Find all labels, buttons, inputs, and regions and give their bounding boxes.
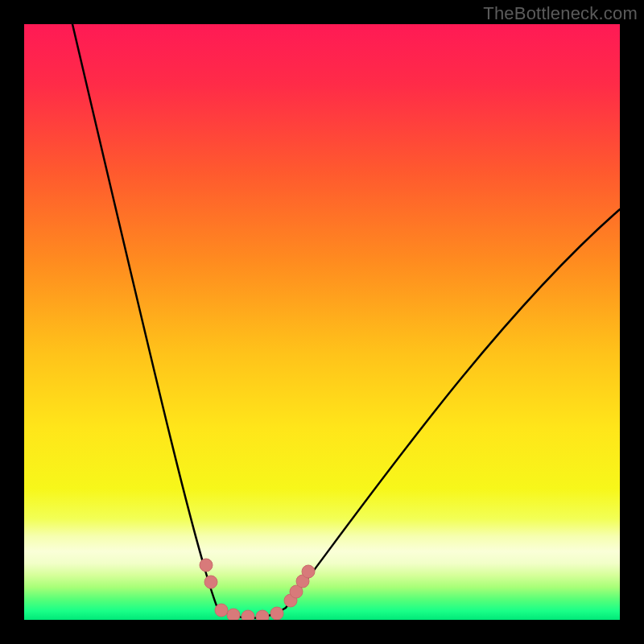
svg-point-2 [204, 576, 217, 588]
svg-point-6 [256, 610, 269, 620]
chart-frame [24, 24, 620, 620]
svg-point-7 [270, 607, 283, 620]
svg-point-5 [242, 610, 254, 620]
svg-point-4 [227, 609, 240, 620]
svg-point-1 [200, 559, 213, 572]
svg-point-11 [302, 565, 315, 578]
watermark-text: TheBottleneck.com [483, 3, 638, 24]
bottleneck-curve [24, 24, 620, 620]
svg-point-3 [215, 604, 228, 617]
